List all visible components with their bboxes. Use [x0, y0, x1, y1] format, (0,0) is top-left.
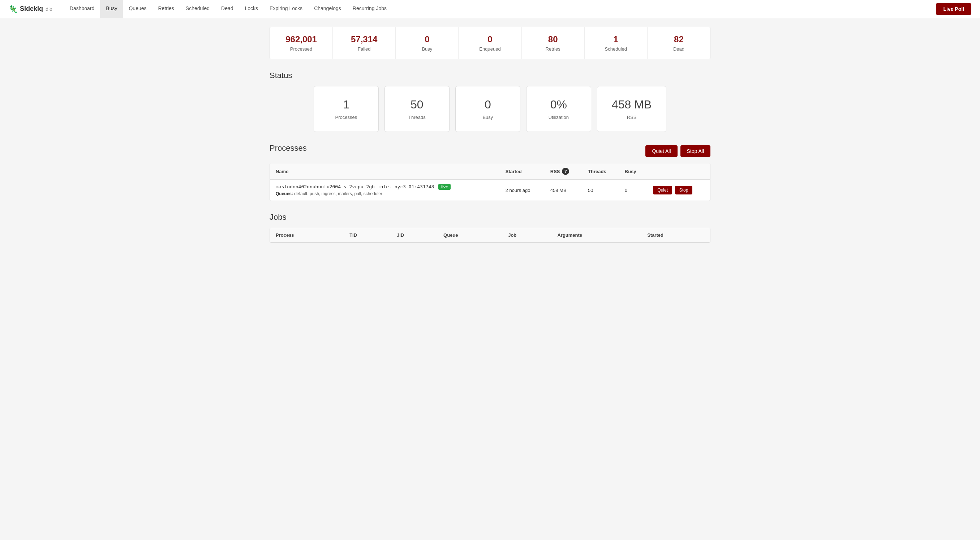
status-card-label: Processes [335, 115, 357, 120]
status-card-threads: 50Threads [385, 86, 450, 132]
nav-link-retries[interactable]: Retries [153, 0, 180, 18]
stat-value: 82 [653, 34, 704, 45]
stat-value: 0 [401, 34, 452, 45]
status-card-utilization: 0%Utilization [526, 86, 591, 132]
jobs-col-header-tid: TID [344, 228, 391, 242]
processes-table: Name Started RSS ? Threads Busy [270, 163, 710, 201]
jobs-col-header-arguments: Arguments [551, 228, 641, 242]
col-header-actions [647, 163, 710, 180]
jobs-col-header-jid: JID [391, 228, 438, 242]
stat-item-enqueued: 0Enqueued [458, 27, 522, 59]
rss-help-icon[interactable]: ? [562, 168, 569, 175]
jobs-col-header-queue: Queue [438, 228, 502, 242]
process-actions-cell: Quiet Stop [647, 180, 710, 201]
stat-label: Processed [290, 46, 312, 52]
process-rss-cell: 458 MB [544, 180, 582, 201]
stop-all-button[interactable]: Stop All [681, 145, 710, 157]
live-poll-button[interactable]: Live Poll [936, 3, 971, 15]
status-cards: 1Processes50Threads0Busy0%Utilization458… [270, 86, 710, 132]
process-name-cell: mastodon402onubuntu2004-s-2vcpu-2gb-inte… [270, 180, 500, 201]
stat-item-busy: 0Busy [396, 27, 458, 59]
nav-link-scheduled[interactable]: Scheduled [180, 0, 215, 18]
col-header-name: Name [270, 163, 500, 180]
live-badge: live [438, 184, 450, 190]
status-card-value: 1 [328, 98, 364, 112]
nav-link-queues[interactable]: Queues [123, 0, 152, 18]
brand-logo[interactable]: 🦎 Sidekiq idle [9, 5, 52, 13]
processes-actions: Quiet All Stop All [645, 145, 710, 157]
status-section: Status 1Processes50Threads0Busy0%Utiliza… [270, 71, 710, 132]
stat-value: 962,001 [276, 34, 327, 45]
status-card-label: Utilization [549, 115, 569, 120]
jobs-section: Jobs ProcessTIDJIDQueueJobArgumentsStart… [270, 212, 710, 243]
stat-value: 0 [465, 34, 515, 45]
idle-status: idle [45, 6, 52, 12]
status-card-processes: 1Processes [313, 86, 379, 132]
process-started-cell: 2 hours ago [500, 180, 544, 201]
brand-name: Sidekiq [20, 5, 43, 13]
stop-button[interactable]: Stop [675, 186, 693, 194]
stat-item-processed: 962,001Processed [270, 27, 333, 59]
stat-item-dead: 82Dead [648, 27, 710, 59]
nav-links: DashboardBusyQueuesRetriesScheduledDeadL… [64, 0, 936, 18]
process-threads-cell: 50 [582, 180, 619, 201]
quiet-all-button[interactable]: Quiet All [645, 145, 677, 157]
processes-header: Processes Quiet All Stop All [270, 143, 710, 159]
nav-link-changelogs[interactable]: Changelogs [308, 0, 347, 18]
stat-label: Dead [673, 46, 684, 52]
stat-item-retries: 80Retries [522, 27, 585, 59]
jobs-table-container: ProcessTIDJIDQueueJobArgumentsStarted [270, 228, 710, 243]
status-card-label: Threads [408, 115, 426, 120]
stat-label: Busy [422, 46, 432, 52]
stats-bar: 962,001Processed57,314Failed0Busy0Enqueu… [270, 27, 710, 59]
jobs-title: Jobs [270, 212, 710, 222]
col-header-rss: RSS ? [544, 163, 582, 180]
status-card-rss: 458 MBRSS [597, 86, 667, 132]
stat-label: Scheduled [605, 46, 627, 52]
col-header-busy: Busy [619, 163, 648, 180]
status-card-value: 0 [470, 98, 506, 112]
stat-value: 57,314 [339, 34, 390, 45]
stat-label: Failed [358, 46, 371, 52]
table-row: mastodon402onubuntu2004-s-2vcpu-2gb-inte… [270, 180, 710, 201]
nav-link-busy[interactable]: Busy [100, 0, 123, 18]
main-content: 962,001Processed57,314Failed0Busy0Enqueu… [255, 18, 725, 263]
status-card-value: 50 [399, 98, 435, 112]
stat-value: 1 [590, 34, 641, 45]
status-card-label: Busy [482, 115, 493, 120]
jobs-col-header-started: Started [641, 228, 710, 242]
processes-title: Processes [270, 143, 307, 153]
nav-link-dashboard[interactable]: Dashboard [64, 0, 100, 18]
col-header-started: Started [500, 163, 544, 180]
status-card-label: RSS [627, 115, 637, 120]
process-name: mastodon402onubuntu2004-s-2vcpu-2gb-inte… [276, 184, 434, 190]
jobs-col-header-job: Job [502, 228, 551, 242]
sidekiq-logo-icon: 🦎 [9, 5, 18, 13]
status-card-value: 458 MB [612, 98, 652, 112]
queue-info: Queues: default, push, ingress, mailers,… [276, 191, 494, 196]
nav-link-recurring-jobs[interactable]: Recurring Jobs [347, 0, 393, 18]
stat-item-failed: 57,314Failed [333, 27, 396, 59]
queues-label: Queues: [276, 191, 293, 196]
stat-item-scheduled: 1Scheduled [585, 27, 648, 59]
stat-label: Enqueued [479, 46, 501, 52]
status-title: Status [270, 71, 710, 80]
processes-section: Processes Quiet All Stop All Name Starte… [270, 143, 710, 201]
stat-value: 80 [528, 34, 579, 45]
jobs-col-header-process: Process [270, 228, 344, 242]
jobs-table-header-row: ProcessTIDJIDQueueJobArgumentsStarted [270, 228, 710, 242]
nav-link-expiring-locks[interactable]: Expiring Locks [264, 0, 308, 18]
nav-link-dead[interactable]: Dead [215, 0, 239, 18]
status-card-busy: 0Busy [455, 86, 520, 132]
quiet-button[interactable]: Quiet [653, 186, 672, 194]
col-header-threads: Threads [582, 163, 619, 180]
jobs-table: ProcessTIDJIDQueueJobArgumentsStarted [270, 228, 710, 242]
process-busy-cell: 0 [619, 180, 648, 201]
stat-label: Retries [546, 46, 560, 52]
nav-link-locks[interactable]: Locks [239, 0, 264, 18]
top-navigation: 🦎 Sidekiq idle DashboardBusyQueuesRetrie… [0, 0, 980, 18]
status-card-value: 0% [541, 98, 576, 112]
rss-label: RSS [550, 169, 560, 174]
processes-table-header-row: Name Started RSS ? Threads Busy [270, 163, 710, 180]
processes-table-container: Name Started RSS ? Threads Busy [270, 163, 710, 201]
